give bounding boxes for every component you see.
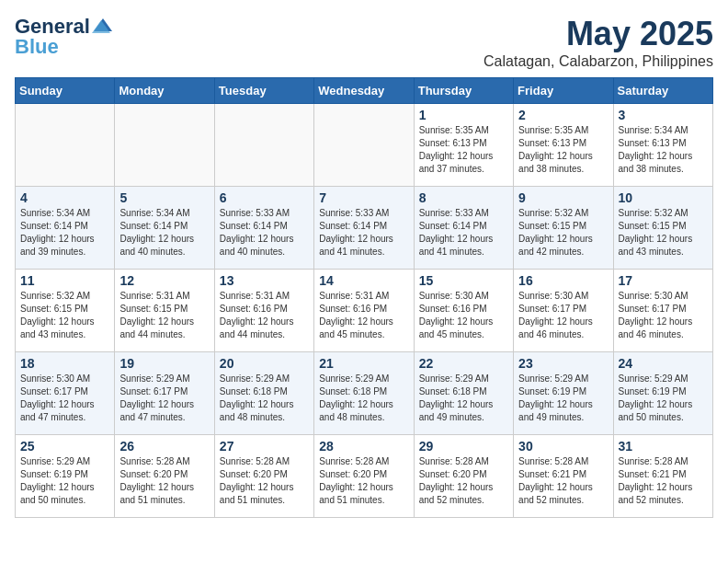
calendar-day-cell	[16, 104, 115, 187]
calendar-day-cell: 15Sunrise: 5:30 AM Sunset: 6:16 PM Dayli…	[414, 270, 513, 352]
weekday-header: Saturday	[613, 78, 712, 104]
day-number: 22	[419, 356, 508, 371]
calendar-day-cell: 19Sunrise: 5:29 AM Sunset: 6:17 PM Dayli…	[115, 352, 214, 435]
day-info: Sunrise: 5:29 AM Sunset: 6:19 PM Dayligh…	[518, 373, 608, 424]
day-info: Sunrise: 5:32 AM Sunset: 6:15 PM Dayligh…	[619, 207, 708, 259]
calendar-day-cell	[314, 104, 414, 187]
calendar-day-cell: 7Sunrise: 5:33 AM Sunset: 6:14 PM Daylig…	[314, 187, 414, 270]
day-number: 14	[319, 273, 408, 288]
calendar-week-row: 18Sunrise: 5:30 AM Sunset: 6:17 PM Dayli…	[16, 352, 713, 435]
day-info: Sunrise: 5:28 AM Sunset: 6:20 PM Dayligh…	[319, 455, 408, 507]
day-info: Sunrise: 5:34 AM Sunset: 6:14 PM Dayligh…	[20, 207, 109, 259]
calendar-day-cell: 23Sunrise: 5:29 AM Sunset: 6:19 PM Dayli…	[514, 352, 613, 435]
logo-blue: Blue	[15, 35, 59, 59]
calendar-day-cell	[115, 104, 214, 187]
day-info: Sunrise: 5:29 AM Sunset: 6:19 PM Dayligh…	[619, 373, 708, 424]
day-number: 19	[119, 356, 209, 371]
day-number: 25	[20, 439, 109, 454]
day-info: Sunrise: 5:28 AM Sunset: 6:20 PM Dayligh…	[419, 455, 508, 507]
calendar-day-cell: 6Sunrise: 5:33 AM Sunset: 6:14 PM Daylig…	[214, 187, 313, 270]
day-info: Sunrise: 5:30 AM Sunset: 6:17 PM Dayligh…	[20, 373, 109, 424]
day-number: 9	[518, 190, 608, 205]
day-info: Sunrise: 5:31 AM Sunset: 6:16 PM Dayligh…	[220, 290, 309, 341]
calendar-day-cell: 9Sunrise: 5:32 AM Sunset: 6:15 PM Daylig…	[514, 187, 613, 270]
day-number: 3	[619, 108, 708, 122]
calendar-day-cell: 12Sunrise: 5:31 AM Sunset: 6:15 PM Dayli…	[115, 270, 214, 352]
calendar-day-cell: 13Sunrise: 5:31 AM Sunset: 6:16 PM Dayli…	[214, 270, 313, 352]
calendar-day-cell: 31Sunrise: 5:28 AM Sunset: 6:21 PM Dayli…	[613, 435, 712, 518]
day-info: Sunrise: 5:35 AM Sunset: 6:13 PM Dayligh…	[518, 124, 608, 176]
calendar-week-row: 11Sunrise: 5:32 AM Sunset: 6:15 PM Dayli…	[16, 270, 713, 352]
day-info: Sunrise: 5:28 AM Sunset: 6:21 PM Dayligh…	[518, 455, 608, 507]
weekday-header: Monday	[115, 78, 214, 104]
calendar-table: SundayMondayTuesdayWednesdayThursdayFrid…	[15, 77, 713, 518]
day-info: Sunrise: 5:31 AM Sunset: 6:16 PM Dayligh…	[319, 290, 408, 341]
day-info: Sunrise: 5:33 AM Sunset: 6:14 PM Dayligh…	[419, 207, 508, 259]
calendar-day-cell: 18Sunrise: 5:30 AM Sunset: 6:17 PM Dayli…	[16, 352, 115, 435]
calendar-header-row: SundayMondayTuesdayWednesdayThursdayFrid…	[16, 78, 713, 104]
calendar-day-cell: 21Sunrise: 5:29 AM Sunset: 6:18 PM Dayli…	[314, 352, 414, 435]
weekday-header: Wednesday	[314, 78, 414, 104]
day-number: 13	[220, 273, 309, 288]
day-number: 8	[419, 190, 508, 205]
day-info: Sunrise: 5:28 AM Sunset: 6:20 PM Dayligh…	[220, 455, 309, 507]
calendar-day-cell: 8Sunrise: 5:33 AM Sunset: 6:14 PM Daylig…	[414, 187, 513, 270]
calendar-day-cell: 11Sunrise: 5:32 AM Sunset: 6:15 PM Dayli…	[16, 270, 115, 352]
month-title: May 2025	[483, 15, 713, 53]
day-info: Sunrise: 5:28 AM Sunset: 6:21 PM Dayligh…	[619, 455, 708, 507]
day-number: 29	[419, 439, 508, 454]
day-info: Sunrise: 5:33 AM Sunset: 6:14 PM Dayligh…	[319, 207, 408, 259]
calendar-day-cell: 2Sunrise: 5:35 AM Sunset: 6:13 PM Daylig…	[514, 104, 613, 187]
day-info: Sunrise: 5:33 AM Sunset: 6:14 PM Dayligh…	[220, 207, 309, 259]
day-info: Sunrise: 5:30 AM Sunset: 6:16 PM Dayligh…	[419, 290, 508, 341]
calendar-week-row: 4Sunrise: 5:34 AM Sunset: 6:14 PM Daylig…	[16, 187, 713, 270]
day-number: 15	[419, 273, 508, 288]
location-title: Calatagan, Calabarzon, Philippines	[483, 53, 713, 70]
weekday-header: Friday	[514, 78, 613, 104]
day-number: 7	[319, 190, 408, 205]
day-number: 4	[20, 190, 109, 205]
day-number: 27	[220, 439, 309, 454]
day-info: Sunrise: 5:29 AM Sunset: 6:17 PM Dayligh…	[119, 373, 209, 424]
calendar-day-cell: 1Sunrise: 5:35 AM Sunset: 6:13 PM Daylig…	[414, 104, 513, 187]
day-info: Sunrise: 5:34 AM Sunset: 6:14 PM Dayligh…	[119, 207, 209, 259]
day-number: 6	[220, 190, 309, 205]
day-info: Sunrise: 5:35 AM Sunset: 6:13 PM Dayligh…	[419, 124, 508, 176]
calendar-day-cell	[214, 104, 313, 187]
title-block: May 2025 Calatagan, Calabarzon, Philippi…	[483, 15, 713, 70]
calendar-day-cell: 20Sunrise: 5:29 AM Sunset: 6:18 PM Dayli…	[214, 352, 313, 435]
calendar-day-cell: 10Sunrise: 5:32 AM Sunset: 6:15 PM Dayli…	[613, 187, 712, 270]
day-number: 18	[20, 356, 109, 371]
day-number: 28	[319, 439, 408, 454]
day-info: Sunrise: 5:29 AM Sunset: 6:19 PM Dayligh…	[20, 455, 109, 507]
day-number: 11	[20, 273, 109, 288]
day-info: Sunrise: 5:30 AM Sunset: 6:17 PM Dayligh…	[518, 290, 608, 341]
logo: General Blue	[15, 15, 112, 59]
calendar-day-cell: 17Sunrise: 5:30 AM Sunset: 6:17 PM Dayli…	[613, 270, 712, 352]
calendar-week-row: 1Sunrise: 5:35 AM Sunset: 6:13 PM Daylig…	[16, 104, 713, 187]
calendar-week-row: 25Sunrise: 5:29 AM Sunset: 6:19 PM Dayli…	[16, 435, 713, 518]
day-number: 20	[220, 356, 309, 371]
day-number: 16	[518, 273, 608, 288]
day-info: Sunrise: 5:31 AM Sunset: 6:15 PM Dayligh…	[119, 290, 209, 341]
day-info: Sunrise: 5:29 AM Sunset: 6:18 PM Dayligh…	[319, 373, 408, 424]
calendar-day-cell: 25Sunrise: 5:29 AM Sunset: 6:19 PM Dayli…	[16, 435, 115, 518]
day-info: Sunrise: 5:29 AM Sunset: 6:18 PM Dayligh…	[419, 373, 508, 424]
weekday-header: Sunday	[16, 78, 115, 104]
calendar-day-cell: 24Sunrise: 5:29 AM Sunset: 6:19 PM Dayli…	[613, 352, 712, 435]
calendar-day-cell: 28Sunrise: 5:28 AM Sunset: 6:20 PM Dayli…	[314, 435, 414, 518]
calendar-day-cell: 14Sunrise: 5:31 AM Sunset: 6:16 PM Dayli…	[314, 270, 414, 352]
day-number: 5	[119, 190, 209, 205]
day-number: 30	[518, 439, 608, 454]
day-info: Sunrise: 5:28 AM Sunset: 6:20 PM Dayligh…	[119, 455, 209, 507]
page-header: General Blue May 2025 Calatagan, Calabar…	[15, 15, 713, 70]
day-number: 23	[518, 356, 608, 371]
logo-icon	[92, 17, 112, 33]
day-number: 26	[119, 439, 209, 454]
calendar-day-cell: 5Sunrise: 5:34 AM Sunset: 6:14 PM Daylig…	[115, 187, 214, 270]
day-info: Sunrise: 5:32 AM Sunset: 6:15 PM Dayligh…	[20, 290, 109, 341]
calendar-day-cell: 30Sunrise: 5:28 AM Sunset: 6:21 PM Dayli…	[514, 435, 613, 518]
day-number: 21	[319, 356, 408, 371]
calendar-day-cell: 4Sunrise: 5:34 AM Sunset: 6:14 PM Daylig…	[16, 187, 115, 270]
calendar-day-cell: 3Sunrise: 5:34 AM Sunset: 6:13 PM Daylig…	[613, 104, 712, 187]
